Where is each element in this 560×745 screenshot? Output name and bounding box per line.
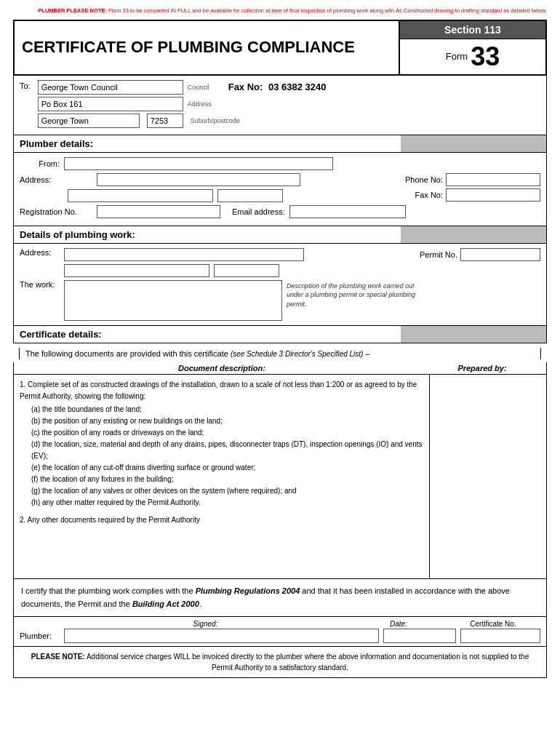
address-phone-row: Address: Phone No: Fax No: xyxy=(20,173,540,205)
phone-input[interactable] xyxy=(446,173,540,186)
from-input[interactable] xyxy=(64,157,333,170)
work-input[interactable] xyxy=(64,280,282,321)
work-row: The work: Description of the plumbing wo… xyxy=(20,280,540,321)
sig-labels-row: Signed: Date: Certificate No. xyxy=(20,620,540,628)
cert-intro-text: The following documents are provided wit… xyxy=(25,349,228,358)
council-field-label: Council xyxy=(188,84,209,91)
suburb-field-label: Suburb/postcode xyxy=(191,117,240,124)
cert-doc-list: 1. Complete set of as constructed drawin… xyxy=(14,375,430,578)
plumbing-work-header: Details of plumbing work: xyxy=(13,226,547,244)
signed-input[interactable] xyxy=(64,629,379,643)
permit-input[interactable] xyxy=(460,248,540,261)
phone-fax-fields: Phone No: Fax No: xyxy=(392,173,540,205)
doc-item-1a: (a) the title boundaries of the land; xyxy=(31,404,423,415)
please-note-section: PLEASE NOTE: Additional service charges … xyxy=(13,647,547,678)
to-fields: George Town Council Council Fax No: 03 6… xyxy=(38,80,540,130)
cert-details-gray xyxy=(401,326,546,343)
pw-address-label: Address: xyxy=(20,248,60,257)
registration-input[interactable] xyxy=(97,205,220,218)
address-permit-row: Address: Permit No. xyxy=(20,248,540,261)
fax-input[interactable] xyxy=(446,188,540,202)
cert-details-title: Certificate details: xyxy=(14,326,401,343)
header-right: Section 113 Form 33 xyxy=(400,21,545,74)
plumbing-work-section: Address: Permit No. The work: Descriptio… xyxy=(13,244,547,326)
fax-row: Fax No: xyxy=(399,188,540,202)
phone-row: Phone No: xyxy=(399,173,540,186)
from-row: From: xyxy=(20,157,540,170)
suburb-row: George Town 7253 Suburb/postcode xyxy=(38,113,540,128)
pw-address-input-3[interactable] xyxy=(214,264,279,277)
cert-intro-italic: (see Schedule 3 Director's Specified Lis… xyxy=(231,350,364,358)
cert-act: Building Act 2000 xyxy=(132,599,199,608)
doc-item-1h: (h) any other matter required by the Per… xyxy=(31,497,423,509)
pw-address-input-2[interactable] xyxy=(64,264,209,277)
cert-reg: Plumbing Regulations 2004 xyxy=(196,586,300,595)
cert-text-start: I certify that the plumbing work complie… xyxy=(21,586,196,595)
fax-label: Fax No: xyxy=(399,191,443,199)
signature-section: Signed: Date: Certificate No. Plumber: xyxy=(13,617,547,647)
cert-body: 1. Complete set of as constructed drawin… xyxy=(14,375,546,578)
doc-item-1f: (f) the location of any fixtures in the … xyxy=(31,474,423,485)
doc-item-1: 1. Complete set of as constructed drawin… xyxy=(20,379,423,402)
date-input[interactable] xyxy=(383,629,456,643)
top-note-text: Form 33 to be completed IN FULL and be a… xyxy=(108,7,547,14)
section-badge: Section 113 xyxy=(400,21,545,39)
top-note-label: PLUMBER PLEASE NOTE: xyxy=(38,7,107,14)
address-box: Po Box 161 xyxy=(38,97,183,111)
certification-text: I certify that the plumbing work complie… xyxy=(13,579,547,617)
page-header: CERTIFICATE OF PLUMBING COMPLIANCE Secti… xyxy=(13,20,547,76)
work-note: Description of the plumbing work carried… xyxy=(287,280,432,309)
doc-item-1d: (d) the location, size, material and dep… xyxy=(31,439,423,462)
from-label: From: xyxy=(20,159,60,168)
col-prepared: Prepared by: xyxy=(424,364,540,372)
cert-prepared-by xyxy=(430,375,546,578)
address-label: Address: xyxy=(20,175,92,184)
doc-item-2: 2. Any other documents required by the P… xyxy=(20,514,423,526)
suburb-value: George Town xyxy=(41,116,89,125)
pw-address-input-1[interactable] xyxy=(64,248,304,261)
cert-intro-dash: – xyxy=(366,349,370,358)
fax-header: Fax No: 03 6382 3240 xyxy=(228,81,327,92)
cert-table-header: Document description: Prepared by: xyxy=(14,362,546,375)
sig-inputs-row: Plumber: xyxy=(20,629,540,643)
plumber-details-header: Plumber details: xyxy=(13,135,547,153)
doc-item-1b: (b) the position of any existing or new … xyxy=(31,415,423,427)
council-row: George Town Council Council Fax No: 03 6… xyxy=(38,80,540,95)
please-note-text: Additional service charges WILL be invoi… xyxy=(87,653,529,672)
address-input-3[interactable] xyxy=(217,189,283,202)
phone-label: Phone No: xyxy=(399,175,443,184)
address-row-1: Address: xyxy=(20,173,392,186)
form-number: 33 xyxy=(471,44,500,70)
email-label: Email address: xyxy=(232,207,285,216)
address-field-label: Address xyxy=(188,100,212,108)
certificate-title: CERTIFICATE OF PLUMBING COMPLIANCE xyxy=(15,21,400,74)
email-input[interactable] xyxy=(289,205,406,218)
plumber-details-gray xyxy=(401,135,546,152)
postcode-box: 7253 xyxy=(147,113,183,128)
form-badge: Form 33 xyxy=(400,39,545,74)
address-row: Po Box 161 Address xyxy=(38,97,540,111)
registration-row: Registration No. Email address: xyxy=(20,205,540,218)
address-input-2[interactable] xyxy=(68,189,213,202)
address-row-2 xyxy=(20,189,392,202)
to-label: To: xyxy=(20,80,31,90)
address-input-1[interactable] xyxy=(97,173,300,186)
plumber-details-section: From: Address: Phone No: xyxy=(13,153,547,226)
postcode-value: 7253 xyxy=(151,116,168,125)
council-name: George Town Council xyxy=(41,83,118,92)
permit-label: Permit No. xyxy=(420,250,457,259)
plumber-details-title: Plumber details: xyxy=(14,135,401,152)
cert-table: Document description: Prepared by: 1. Co… xyxy=(13,362,547,579)
cert-text-end: . xyxy=(199,599,201,608)
signed-label: Signed: xyxy=(60,620,351,628)
cert-no-input[interactable] xyxy=(460,629,540,643)
doc-item-1g: (g) the location of any valves or other … xyxy=(31,485,423,497)
doc-item-1e: (e) the location of any cut-off drains d… xyxy=(31,462,423,474)
registration-label: Registration No. xyxy=(20,207,92,216)
address-line: Po Box 161 xyxy=(41,100,83,108)
cert-no-label: Certificate No. xyxy=(446,620,540,628)
plumbing-work-title: Details of plumbing work: xyxy=(14,226,401,243)
form-word: Form xyxy=(446,51,468,62)
work-label: The work: xyxy=(20,280,60,289)
plumber-label: Plumber: xyxy=(20,632,60,640)
